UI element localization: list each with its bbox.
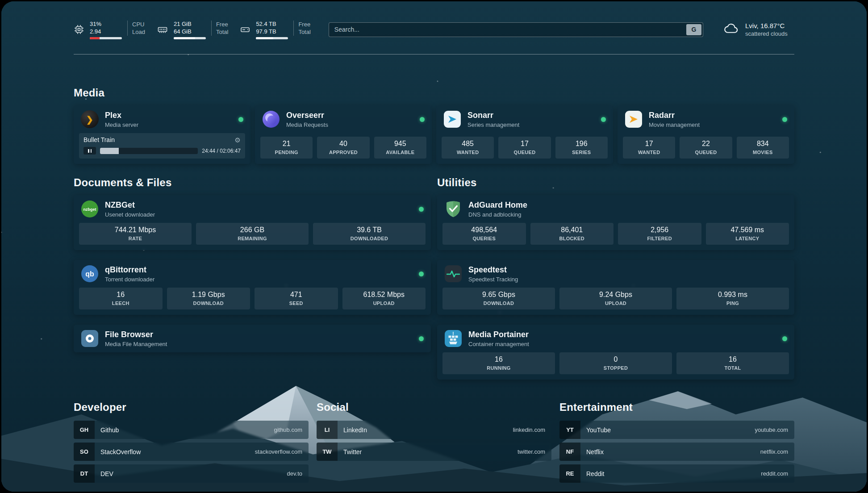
ram-free: 21 GiB [174, 20, 206, 28]
status-dot [420, 117, 425, 122]
bookmark-netflix[interactable]: NF Netflix netflix.com [559, 443, 794, 461]
disk-total-label: Total [298, 28, 310, 36]
linkedin-icon: LI [317, 421, 338, 439]
app-description: Movie management [649, 121, 700, 128]
stat-running: 16 RUNNING [442, 352, 555, 374]
app-card-speedtest[interactable]: Speedtest Speedtest Tracking 9.65 Gbps D… [437, 260, 794, 315]
app-name: Media Portainer [468, 330, 529, 339]
app-card-plex[interactable]: ❯ Plex Media server Bullet Train ⚙ [74, 105, 250, 164]
app-name: File Browser [105, 330, 167, 339]
app-description: Media Requests [286, 121, 328, 128]
developer-heading: Developer [74, 401, 309, 414]
status-dot [601, 117, 606, 122]
playback-time: 24:44 / 02:06:47 [202, 148, 241, 154]
stat-stopped: 0 STOPPED [559, 352, 672, 374]
bookmark-github[interactable]: GH Github github.com [74, 421, 309, 439]
nzbget-icon: nzbget [81, 200, 99, 218]
documents-heading: Documents & Files [74, 176, 431, 189]
stat-movies: 834 MOVIES [737, 137, 789, 159]
stat-upload: 9.24 Gbps UPLOAD [559, 288, 672, 309]
app-name: qBittorrent [105, 265, 154, 275]
app-card-radarr[interactable]: Radarr Movie management 17 WANTED 22 QUE… [618, 105, 794, 164]
app-card-nzbget[interactable]: nzbget NZBGet Usenet downloader 74 [74, 195, 431, 250]
social-heading: Social [317, 401, 551, 414]
status-dot [419, 272, 424, 276]
app-card-overseerr[interactable]: Overseerr Media Requests 21 PENDING 40 A… [255, 105, 432, 164]
search-input[interactable] [329, 22, 703, 37]
utilities-heading: Utilities [437, 176, 794, 189]
ram-free-label: Free [216, 21, 228, 28]
app-card-sonarr[interactable]: Sonarr Series management 485 WANTED 17 Q… [436, 105, 613, 164]
section-entertainment: Entertainment YT YouTube youtube.com NF … [559, 401, 794, 483]
weather-condition: scattered clouds [745, 30, 788, 37]
app-card-portainer[interactable]: Media Portainer Container management 16 … [437, 325, 794, 380]
stat-queries: 498,564 QUERIES [442, 223, 526, 245]
adguard-icon [444, 200, 462, 218]
app-description: Media File Management [105, 341, 167, 347]
app-name: NZBGet [105, 201, 155, 210]
app-card-filebrowser[interactable]: File Browser Media File Management [74, 325, 431, 352]
stat-upload: 618.52 Mbps UPLOAD [342, 288, 426, 309]
disk-icon [240, 24, 250, 35]
app-card-qbittorrent[interactable]: qb qBittorrent Torrent downloader [74, 260, 431, 315]
app-name: Overseerr [286, 111, 328, 120]
app-description: Usenet downloader [105, 211, 155, 218]
search-bar: G [329, 22, 703, 37]
stat-leech: 16 LEECH [79, 288, 163, 309]
search-engine-button[interactable]: G [686, 24, 701, 35]
app-name: Speedtest [468, 265, 518, 275]
pause-button[interactable] [83, 147, 96, 155]
stat-seed: 471 SEED [255, 288, 338, 309]
playback-progress-bar[interactable] [100, 148, 198, 154]
disk-free: 52.4 TB [256, 20, 288, 28]
status-dot [419, 207, 424, 212]
ram-total: 64 GiB [174, 28, 206, 35]
header-divider [74, 54, 794, 54]
app-description: DNS and adblocking [468, 211, 527, 218]
bookmark-linkedin[interactable]: LI LinkedIn linkedin.com [317, 421, 551, 439]
portainer-icon [444, 330, 462, 347]
ram-usage-bar [174, 37, 206, 39]
stat-blocked: 86,401 BLOCKED [530, 223, 614, 245]
weather-widget[interactable]: Lviv, 16.87°C scattered clouds [723, 22, 794, 37]
app-description: Media server [105, 121, 138, 128]
stat-remaining: 266 GB REMAINING [196, 223, 309, 245]
bookmark-reddit[interactable]: RE Reddit reddit.com [559, 464, 794, 483]
cpu-percent: 31% [90, 20, 122, 28]
stat-series: 196 SERIES [555, 137, 608, 159]
app-description: Series management [467, 121, 519, 128]
svg-text:qb: qb [85, 270, 94, 278]
stat-rate: 744.21 Mbps RATE [79, 223, 192, 245]
ram-total-label: Total [216, 28, 228, 36]
cpu-usage-bar [90, 37, 122, 39]
stat-queued: 17 QUEUED [498, 137, 551, 159]
qbittorrent-icon: qb [81, 265, 99, 283]
stat-approved: 40 APPROVED [317, 137, 369, 159]
stat-pending: 21 PENDING [260, 137, 313, 159]
cpu-widget: 31% 2.94 CPU Load [74, 20, 145, 39]
app-name: Sonarr [467, 111, 519, 120]
gear-icon[interactable]: ⚙ [235, 137, 241, 143]
bookmark-twitter[interactable]: TW Twitter twitter.com [317, 443, 551, 461]
dashboard-window: 31% 2.94 CPU Load [1, 1, 867, 492]
ram-widget: 21 GiB 64 GiB Free Total [157, 20, 228, 39]
overseerr-icon [262, 110, 280, 128]
app-name: Radarr [649, 111, 700, 120]
stat-wanted: 485 WANTED [442, 137, 494, 159]
weather-location: Lviv, 16.87°C [745, 22, 788, 29]
bookmark-dev[interactable]: DT DEV dev.to [74, 464, 309, 483]
youtube-icon: YT [559, 421, 580, 439]
status-dot [238, 117, 243, 122]
app-card-adguard[interactable]: AdGuard Home DNS and adblocking 498,564 … [437, 195, 794, 250]
bookmark-stackoverflow[interactable]: SO StackOverflow stackoverflow.com [74, 443, 309, 461]
app-description: Speedtest Tracking [468, 276, 518, 283]
app-name: AdGuard Home [468, 201, 527, 210]
svg-text:nzbget: nzbget [83, 207, 96, 212]
entertainment-heading: Entertainment [559, 401, 794, 414]
dev-icon: DT [74, 464, 95, 483]
stat-ping: 0.993 ms PING [676, 288, 789, 309]
bookmark-youtube[interactable]: YT YouTube youtube.com [559, 421, 794, 439]
disk-free-label: Free [298, 21, 310, 28]
system-stats: 31% 2.94 CPU Load [74, 20, 322, 39]
status-dot [782, 117, 787, 122]
